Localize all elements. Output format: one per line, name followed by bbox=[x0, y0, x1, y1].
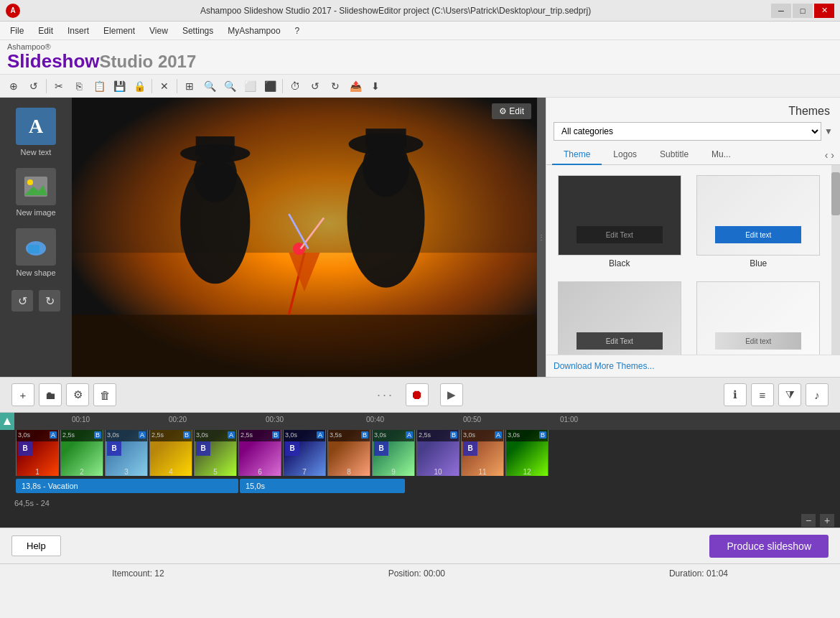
ruler-mark-4: 00:40 bbox=[366, 416, 384, 423]
timeline-settings-button[interactable]: ⚙ bbox=[66, 383, 89, 406]
zoom-out-button[interactable]: − bbox=[801, 514, 816, 527]
toolbar-undo-new[interactable]: ↺ bbox=[24, 77, 43, 95]
theme-grey[interactable]: Edit Text Grey bbox=[554, 278, 686, 355]
add-slide-button[interactable]: + bbox=[11, 383, 34, 406]
themes-scrollbar-thumb bbox=[831, 172, 840, 215]
tab-logos[interactable]: Logos bbox=[602, 145, 648, 165]
theme-black-bar: Edit Text bbox=[577, 226, 663, 243]
theme-black-label: Black bbox=[609, 258, 630, 268]
zoom-in-button[interactable]: + bbox=[820, 514, 834, 527]
menu-file[interactable]: File bbox=[3, 24, 31, 38]
menu-element[interactable]: Element bbox=[96, 24, 142, 38]
svg-marker-21 bbox=[4, 418, 11, 425]
slide-num-12: 12 bbox=[523, 468, 531, 476]
close-button[interactable]: ✕ bbox=[814, 4, 834, 18]
new-text-button[interactable]: A New text bbox=[7, 103, 65, 161]
delete-slide-button[interactable]: 🗑 bbox=[93, 383, 116, 406]
menu-help[interactable]: ? bbox=[288, 24, 307, 38]
slide-overlay-3: 3,0s A bbox=[106, 430, 147, 441]
toolbar-zoom-fit[interactable]: ⊞ bbox=[180, 77, 199, 95]
slide-num-6: 6 bbox=[258, 468, 262, 476]
slide-duration-3: 3,0s bbox=[107, 431, 119, 439]
themes-filter: All categories ▼ bbox=[546, 122, 840, 145]
slide-num-2: 2 bbox=[80, 468, 84, 476]
slide-thumb-10[interactable]: 2,5s B 10 bbox=[416, 430, 459, 476]
toolbar-paste[interactable]: 📋 bbox=[90, 77, 108, 95]
storyboard-button[interactable]: ≡ bbox=[751, 383, 774, 406]
menu-myashampoo[interactable]: MyAshampoo bbox=[220, 24, 287, 38]
download-more-link[interactable]: Download More Themes... bbox=[554, 361, 655, 371]
slide-thumb-2[interactable]: 2,5s B 2 bbox=[60, 430, 103, 476]
menu-settings[interactable]: Settings bbox=[175, 24, 220, 38]
toolbar: ⊕ ↺ ✂ ⎘ 📋 💾 🔒 ✕ ⊞ 🔍 🔍 ⬜ ⬛ ⏱ ↺ ↻ 📤 ⬇ bbox=[0, 75, 840, 98]
slide-thumb-5[interactable]: 3,0s A B 5 bbox=[194, 430, 237, 476]
audio-button[interactable]: ♪ bbox=[806, 383, 829, 406]
theme-black[interactable]: Edit Text Black bbox=[554, 172, 686, 271]
toolbar-rotate-right[interactable]: ↻ bbox=[326, 77, 345, 95]
toolbar-timer[interactable]: ⏱ bbox=[286, 77, 304, 95]
toolbar-zoom-out[interactable]: 🔍 bbox=[220, 77, 239, 95]
audio-track-plain[interactable]: 15,0s bbox=[240, 479, 405, 493]
add-from-file-button[interactable]: 🖿 bbox=[39, 383, 62, 406]
themes-category-arrow: ▼ bbox=[824, 126, 833, 136]
new-image-button[interactable]: New image bbox=[7, 164, 65, 221]
toolbar-select[interactable]: ⬛ bbox=[261, 77, 279, 95]
toolbar-zoom-in[interactable]: 🔍 bbox=[200, 77, 219, 95]
toolbar-rotate-left[interactable]: ↺ bbox=[306, 77, 325, 95]
slide-thumb-3[interactable]: 3,0s A B 3 bbox=[105, 430, 148, 476]
menu-insert[interactable]: Insert bbox=[60, 24, 96, 38]
toolbar-sep-4 bbox=[282, 79, 283, 93]
slide-thumb-6[interactable]: 2,5s B 6 bbox=[238, 430, 281, 476]
panel-resize-handle[interactable]: ⋮ bbox=[537, 98, 546, 377]
timeline: 00:10 00:20 00:30 00:40 00:50 01:00 3,0s… bbox=[0, 413, 840, 528]
toolbar-lock[interactable]: 🔒 bbox=[130, 77, 149, 95]
slide-ab-4: B bbox=[183, 431, 190, 439]
toolbar-sep-1 bbox=[46, 79, 47, 93]
tab-theme[interactable]: Theme bbox=[552, 145, 602, 165]
toolbar-cut[interactable]: ✂ bbox=[50, 77, 68, 95]
slide-duration-10: 2,5s bbox=[419, 431, 431, 439]
play-button[interactable]: ▶ bbox=[440, 383, 463, 406]
slide-thumb-9[interactable]: 3,0s A B 9 bbox=[372, 430, 415, 476]
slide-thumb-4[interactable]: 2,5s B 4 bbox=[149, 430, 192, 476]
timeline-view-button[interactable]: ⧩ bbox=[778, 383, 801, 406]
svg-rect-11 bbox=[196, 136, 235, 156]
theme-blue[interactable]: Edit text Blue bbox=[693, 172, 825, 271]
themes-category-select[interactable]: All categories bbox=[554, 122, 821, 141]
tab-next-button[interactable]: › bbox=[831, 149, 834, 161]
slide-thumb-8[interactable]: 3,5s B 8 bbox=[327, 430, 370, 476]
rotate-right-button[interactable]: ↻ bbox=[39, 290, 60, 312]
slide-thumb-7[interactable]: 3,0s A B 7 bbox=[283, 430, 326, 476]
toolbar-save[interactable]: 💾 bbox=[110, 77, 129, 95]
tab-prev-button[interactable]: ‹ bbox=[825, 149, 829, 161]
maximize-button[interactable]: □ bbox=[793, 4, 813, 18]
produce-slideshow-button[interactable]: Produce slideshow bbox=[709, 535, 829, 558]
toolbar-frame[interactable]: ⬜ bbox=[241, 77, 259, 95]
menu-edit[interactable]: Edit bbox=[31, 24, 60, 38]
slide-num-9: 9 bbox=[391, 468, 396, 476]
toolbar-new[interactable]: ⊕ bbox=[4, 77, 23, 95]
themes-scrollbar[interactable] bbox=[831, 165, 840, 355]
toolbar-delete[interactable]: ✕ bbox=[155, 77, 174, 95]
toolbar-copy[interactable]: ⎘ bbox=[70, 77, 88, 95]
menu-view[interactable]: View bbox=[142, 24, 175, 38]
slide-thumb-11[interactable]: 3,0s A B 11 bbox=[461, 430, 504, 476]
theme-white[interactable]: Edit text White bbox=[693, 278, 825, 355]
edit-button[interactable]: ⚙ Edit bbox=[492, 103, 531, 119]
slide-thumb-1[interactable]: 3,0s A B 1 bbox=[16, 430, 59, 476]
info-button[interactable]: ℹ bbox=[724, 383, 747, 406]
record-button[interactable]: ⏺ bbox=[406, 383, 429, 406]
slide-thumb-12[interactable]: 3,0s B 12 bbox=[505, 430, 549, 476]
toolbar-import[interactable]: ⬇ bbox=[366, 77, 385, 95]
tab-music[interactable]: Mu... bbox=[700, 145, 742, 165]
theme-blue-label: Blue bbox=[750, 258, 767, 268]
toolbar-sep-2 bbox=[151, 79, 152, 93]
tab-subtitle[interactable]: Subtitle bbox=[648, 145, 700, 165]
help-button[interactable]: Help bbox=[11, 535, 61, 556]
new-shape-button[interactable]: New shape bbox=[7, 224, 65, 281]
rotate-left-button[interactable]: ↺ bbox=[11, 290, 33, 312]
audio-track-vacation[interactable]: 13,8s - Vacation bbox=[16, 479, 238, 493]
minimize-button[interactable]: ─ bbox=[771, 4, 791, 18]
plain-track-label: 15,0s bbox=[246, 482, 265, 490]
toolbar-export[interactable]: 📤 bbox=[346, 77, 365, 95]
